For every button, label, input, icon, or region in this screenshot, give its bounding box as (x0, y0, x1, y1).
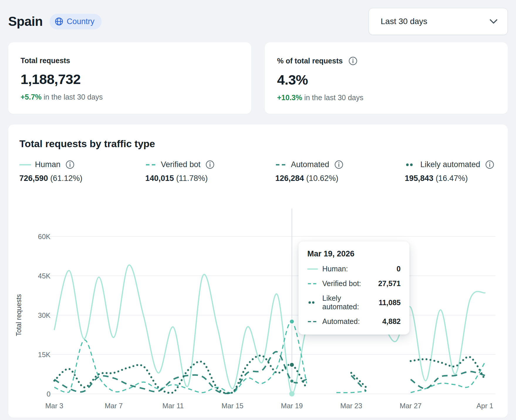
tooltip-label: Automated: (322, 317, 360, 326)
likely-automated-line-glyph (307, 301, 318, 304)
country-badge: Country (50, 14, 102, 29)
traffic-type-chart-card: Total requests by traffic type Human 726… (8, 125, 508, 418)
svg-text:Mar 19: Mar 19 (281, 402, 303, 410)
info-icon (348, 56, 358, 65)
info-icon (334, 160, 343, 169)
svg-text:0: 0 (47, 390, 50, 398)
svg-text:Mar 3: Mar 3 (45, 402, 63, 410)
legend-value: 140,015 (11.78%) (145, 174, 275, 183)
human-line-glyph (307, 267, 318, 271)
chart-tooltip: Mar 19, 2026 Human: 0 Verified bot: 27,5… (299, 241, 409, 335)
tooltip-date: Mar 19, 2026 (307, 249, 401, 258)
stats-row: Total requests 1,188,732 +5.7% in the la… (8, 42, 508, 114)
svg-text:30K: 30K (38, 311, 50, 319)
country-badge-label: Country (67, 17, 95, 26)
legend-label: Verified bot (161, 160, 200, 169)
likely-automated-line-glyph (405, 163, 416, 167)
tooltip-value: 4,882 (382, 317, 401, 326)
legend-item-verified-bot[interactable]: Verified bot 140,015 (11.78%) (145, 160, 275, 183)
info-icon[interactable] (65, 160, 75, 169)
automated-line-glyph (275, 163, 287, 167)
legend-item-automated[interactable]: Automated 126,284 (10.62%) (275, 160, 405, 183)
svg-text:Mar 11: Mar 11 (162, 402, 184, 410)
tooltip-row-verified-bot: Verified bot: 27,571 (307, 279, 401, 288)
tooltip-row-automated: Automated: 4,882 (307, 317, 401, 326)
svg-text:Total requests: Total requests (15, 294, 23, 336)
stat-delta: +10.3% in the last 30 days (277, 93, 495, 102)
percent-total-requests-card: % of total requests 4.3% +10.3% in the l… (265, 42, 508, 114)
date-range-value: Last 30 days (381, 17, 427, 26)
tooltip-value: 0 (397, 265, 401, 273)
date-range-selector[interactable]: Last 30 days (369, 8, 508, 35)
automated-line-glyph (307, 320, 318, 323)
tooltip-row-likely-automated: Likely automated: 11,085 (307, 294, 401, 311)
tooltip-row-human: Human: 0 (307, 265, 401, 273)
verified-bot-line-glyph (307, 282, 318, 285)
svg-text:Mar 27: Mar 27 (400, 402, 422, 410)
chart-legend: Human 726,590 (61.12%) Verified bot (8, 160, 508, 183)
title-group: Spain Country (8, 14, 102, 29)
human-line-glyph (19, 163, 31, 167)
page-title: Spain (8, 14, 43, 29)
svg-text:45K: 45K (38, 272, 50, 280)
svg-text:60K: 60K (38, 233, 50, 241)
stat-value: 1,188,732 (21, 71, 239, 87)
info-icon[interactable] (205, 160, 215, 169)
legend-value: 195,843 (16.47%) (405, 174, 494, 183)
svg-text:Mar 15: Mar 15 (222, 402, 244, 410)
delta-percent: +10.3% (277, 93, 302, 102)
tooltip-label: Likely automated: (322, 294, 374, 311)
info-icon (485, 160, 494, 169)
legend-value: 726,590 (61.12%) (19, 174, 145, 183)
legend-label: Human (35, 160, 60, 169)
info-icon[interactable] (485, 160, 494, 169)
svg-text:Mar 23: Mar 23 (340, 402, 362, 410)
delta-suffix: in the last 30 days (302, 93, 363, 102)
svg-text:Apr 1: Apr 1 (476, 402, 493, 410)
topbar: Spain Country Last 30 days (8, 8, 508, 35)
info-icon[interactable] (348, 56, 358, 65)
legend-item-human[interactable]: Human 726,590 (61.12%) (19, 160, 145, 183)
info-icon (205, 160, 215, 169)
delta-percent: +5.7% (21, 93, 42, 101)
tooltip-label: Human: (322, 265, 348, 273)
globe-icon (55, 17, 63, 26)
stat-title: Total requests (21, 56, 70, 65)
svg-text:Mar 7: Mar 7 (105, 402, 123, 410)
total-requests-card: Total requests 1,188,732 +5.7% in the la… (8, 42, 251, 114)
tooltip-value: 27,571 (378, 279, 401, 288)
country-analytics-page: Spain Country Last 30 days Total request… (0, 0, 516, 420)
stat-value: 4.3% (277, 72, 495, 88)
info-icon[interactable] (334, 160, 343, 169)
info-icon (65, 160, 75, 169)
legend-item-likely-automated[interactable]: Likely automated 195,843 (16.47%) (405, 160, 494, 183)
legend-value: 126,284 (10.62%) (275, 174, 405, 183)
legend-label: Likely automated (420, 160, 480, 169)
stat-delta: +5.7% in the last 30 days (21, 93, 239, 101)
tooltip-value: 11,085 (379, 298, 401, 307)
legend-label: Automated (291, 160, 329, 169)
tooltip-label: Verified bot: (322, 279, 361, 288)
chevron-down-icon (490, 19, 498, 24)
verified-bot-line-glyph (145, 163, 157, 167)
svg-text:15K: 15K (38, 351, 50, 359)
stat-title: % of total requests (277, 57, 343, 65)
delta-suffix: in the last 30 days (42, 93, 103, 101)
